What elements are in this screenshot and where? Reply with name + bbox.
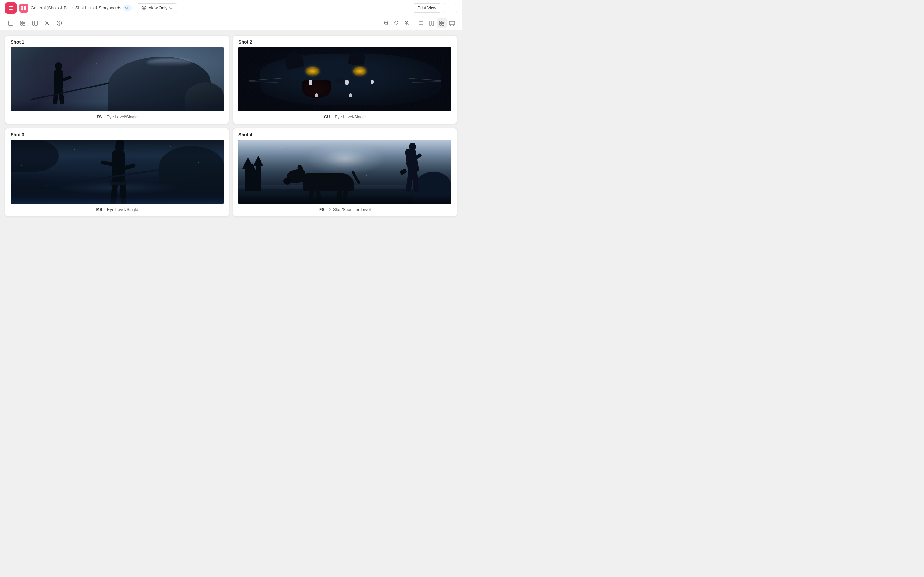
- shot-card-2: Shot 2: [233, 35, 457, 124]
- view-only-button[interactable]: View Only: [137, 3, 177, 13]
- shot-1-image: [11, 47, 224, 111]
- shot-2-image-container: [238, 47, 451, 111]
- svg-rect-33: [442, 23, 444, 25]
- shot-3-size: MS: [96, 207, 102, 212]
- shot-card-1: Shot 1: [5, 35, 229, 124]
- shot-2-angle: Eye Level/Single: [334, 114, 366, 119]
- svg-point-5: [144, 7, 145, 8]
- svg-rect-36: [452, 21, 452, 21]
- top-bar: General (Shots & B... › Shot Lists & Sto…: [0, 0, 462, 16]
- shot-2-image: [238, 47, 451, 111]
- svg-rect-9: [21, 23, 23, 25]
- shot-card-3: Shot 3: [5, 128, 229, 217]
- svg-line-20: [397, 24, 399, 25]
- shot-3-title: Shot 3: [5, 128, 229, 140]
- shot-1-title: Shot 1: [5, 35, 229, 47]
- shot-3-image-container: [11, 140, 224, 204]
- shot-2-size: CU: [324, 114, 330, 119]
- shot-1-dot: ·: [104, 115, 105, 119]
- svg-rect-12: [35, 21, 37, 25]
- shot-4-image: [238, 140, 451, 204]
- shot-4-caption: FS · 2-Shot/Shoulder Level: [233, 204, 457, 216]
- zoom-in-button[interactable]: [402, 19, 411, 27]
- app-logo: [5, 2, 17, 14]
- panel-tool[interactable]: [29, 18, 40, 29]
- svg-rect-6: [8, 21, 13, 25]
- svg-rect-11: [33, 21, 34, 25]
- svg-rect-1: [21, 6, 23, 8]
- svg-rect-34: [449, 21, 455, 25]
- version-badge: v0: [123, 5, 132, 11]
- section-icon: [19, 3, 28, 13]
- svg-rect-8: [23, 21, 25, 23]
- shot-card-4: Shot 4: [233, 128, 457, 217]
- svg-rect-29: [432, 21, 434, 25]
- shot-2-caption: CU · Eye Level/Single: [233, 111, 457, 124]
- svg-rect-31: [442, 21, 444, 23]
- shot-1-size: FS: [97, 114, 102, 119]
- svg-rect-4: [24, 8, 26, 10]
- svg-rect-28: [429, 21, 431, 25]
- more-options-button[interactable]: ···: [444, 3, 457, 13]
- svg-rect-40: [453, 25, 454, 26]
- shot-4-image-container: [238, 140, 451, 204]
- shot-4-angle: 2-Shot/Shoulder Level: [329, 207, 371, 212]
- breadcrumb-current: Shot Lists & Storyboards: [75, 5, 121, 10]
- single-frame-tool[interactable]: [5, 18, 16, 29]
- view-mode-controls: [417, 18, 457, 28]
- list-view-button[interactable]: [417, 18, 426, 28]
- shot-2-dot: ·: [332, 115, 333, 119]
- shot-3-angle: Eye Level/Single: [107, 207, 138, 212]
- shot-4-dot: ·: [326, 208, 328, 211]
- shot-row-2: Shot 3: [5, 128, 457, 217]
- svg-line-24: [408, 24, 409, 25]
- settings-tool[interactable]: [42, 18, 53, 29]
- shot-1-caption: FS · Eye Level/Single: [5, 111, 229, 124]
- toolbar: [0, 16, 462, 30]
- zoom-fit-button[interactable]: [392, 19, 401, 27]
- breadcrumb: General (Shots & B... › Shot Lists & Sto…: [31, 5, 132, 11]
- grid4-view-button[interactable]: [437, 18, 447, 28]
- shot-3-dot: ·: [104, 208, 105, 211]
- chevron-down-icon: [169, 5, 172, 10]
- shot-3-image: [11, 140, 224, 204]
- svg-rect-10: [23, 23, 25, 25]
- main-content: Shot 1: [0, 30, 462, 222]
- svg-point-15: [59, 24, 60, 25]
- svg-rect-38: [450, 25, 451, 26]
- svg-line-18: [387, 24, 388, 25]
- help-tool[interactable]: [54, 18, 65, 29]
- shot-3-caption: MS · Eye Level/Single: [5, 204, 229, 216]
- svg-rect-39: [452, 25, 452, 26]
- svg-rect-30: [439, 21, 441, 23]
- zoom-out-button[interactable]: [382, 19, 391, 27]
- view-only-label: View Only: [149, 5, 167, 10]
- svg-rect-7: [21, 21, 23, 23]
- shot-1-angle: Eye Level/Single: [107, 114, 137, 119]
- grid-tool[interactable]: [17, 18, 28, 29]
- shot-4-size: FS: [319, 207, 325, 212]
- print-view-button[interactable]: Print View: [413, 3, 441, 13]
- svg-rect-37: [453, 21, 454, 21]
- shot-4-title: Shot 4: [233, 128, 457, 140]
- zoom-controls: [382, 19, 411, 27]
- svg-rect-35: [450, 21, 451, 21]
- grid2-view-button[interactable]: [427, 18, 436, 28]
- filmstrip-view-button[interactable]: [447, 18, 457, 28]
- shot-1-image-container: [11, 47, 224, 111]
- svg-rect-2: [24, 6, 26, 8]
- shot-2-title: Shot 2: [233, 35, 457, 47]
- breadcrumb-parent[interactable]: General (Shots & B...: [31, 5, 70, 10]
- eye-icon: [142, 5, 147, 11]
- svg-rect-3: [21, 8, 23, 10]
- svg-rect-32: [439, 23, 441, 25]
- shot-row-1: Shot 1: [5, 35, 457, 124]
- breadcrumb-separator: ›: [72, 6, 73, 10]
